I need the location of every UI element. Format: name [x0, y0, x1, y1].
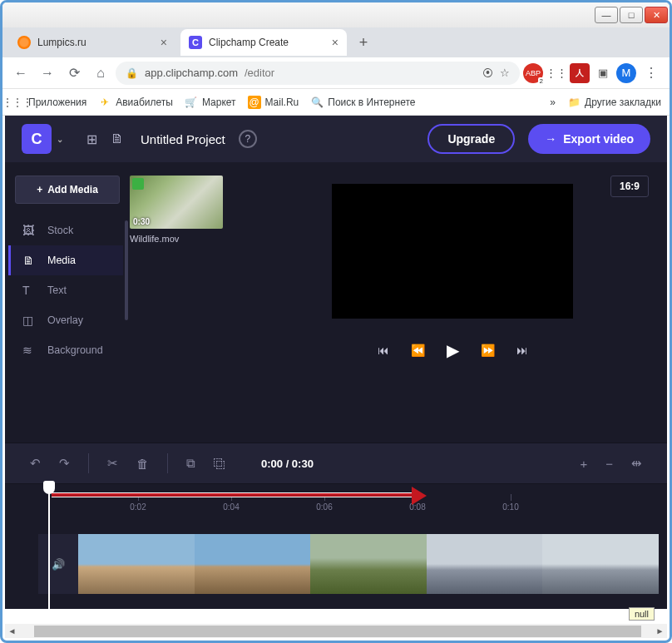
window-maximize[interactable]: □ [620, 7, 643, 23]
tab-title: Lumpics.ru [37, 37, 86, 48]
sidebar-item-overlay[interactable]: ◫Overlay [8, 305, 123, 335]
overlay-icon: ◫ [22, 314, 37, 327]
track-frame [310, 534, 427, 594]
profile-avatar[interactable]: M [616, 63, 636, 83]
timeline-track[interactable]: 🔊 [38, 534, 659, 594]
plus-icon: + [37, 184, 42, 195]
arrow-right-icon: → [545, 132, 556, 146]
track-frame [78, 534, 195, 594]
horizontal-scrollbar[interactable]: ◄ ► [5, 624, 667, 638]
playhead[interactable] [48, 484, 50, 609]
rewind-button[interactable]: ⏪ [411, 344, 425, 357]
layers-icon: ≋ [22, 344, 37, 357]
audio-toggle-icon[interactable]: 🔊 [38, 534, 78, 594]
export-button[interactable]: →Export video [528, 124, 650, 154]
fit-button[interactable]: ⇹ [631, 456, 642, 471]
project-title[interactable]: Untitled Project [141, 132, 225, 146]
delete-button[interactable]: 🗑 [136, 457, 149, 471]
extension-icon[interactable]: ▣ [593, 63, 613, 83]
help-button[interactable]: ? [239, 130, 257, 148]
clip-thumbnail: 0:30 [130, 176, 223, 229]
video-icon[interactable]: ⊞ [86, 131, 97, 147]
play-button[interactable]: ▶ [447, 340, 459, 360]
app-logo[interactable]: C⌄ [22, 124, 52, 154]
media-icon: 🗎 [22, 254, 37, 267]
tab-close-icon[interactable]: × [161, 36, 167, 49]
favicon-icon: C [189, 36, 202, 49]
scroll-left-icon[interactable]: ◄ [5, 624, 19, 638]
chevron-down-icon: ⌄ [57, 135, 63, 144]
file-icon[interactable]: 🗎 [111, 131, 124, 146]
sidebar-item-media[interactable]: 🗎Media [8, 245, 123, 275]
back-button[interactable]: ← [9, 62, 32, 85]
sidebar-item-background[interactable]: ≋Background [8, 335, 123, 365]
bookmark-star-icon[interactable]: ☆ [500, 67, 510, 79]
undo-button[interactable]: ↶ [30, 456, 41, 471]
clip-filename: Wildlife.mov [130, 234, 223, 244]
extension-adblock-icon[interactable]: ABP2 [523, 63, 543, 83]
tick-label: 0:06 [316, 502, 332, 512]
redo-button[interactable]: ↷ [59, 456, 70, 471]
mail-icon: @ [248, 96, 261, 109]
browser-tab-lumpics[interactable]: Lumpics.ru × [9, 29, 175, 56]
translate-icon[interactable]: ⦿ [482, 67, 493, 79]
apps-icon: ⋮⋮⋮ [11, 96, 24, 109]
fast-forward-button[interactable]: ⏩ [481, 344, 495, 357]
tab-close-icon[interactable]: × [332, 36, 338, 49]
bookmark-overflow[interactable]: » [550, 96, 556, 108]
duplicate-button[interactable]: ⿻ [214, 457, 226, 471]
media-clip[interactable]: 0:30 Wildlife.mov [130, 176, 223, 244]
new-tab-button[interactable]: + [352, 31, 375, 54]
tick-label: 0:10 [502, 502, 518, 512]
upgrade-button[interactable]: Upgrade [427, 124, 515, 154]
browser-tab-clipchamp[interactable]: C Clipchamp Create × [180, 29, 347, 56]
scroll-right-icon[interactable]: ► [653, 624, 667, 638]
bookmark-mail[interactable]: @Mail.Ru [248, 96, 299, 109]
add-media-button[interactable]: +Add Media [15, 176, 120, 204]
sidebar-item-stock[interactable]: 🖼Stock [8, 215, 123, 245]
skip-end-button[interactable]: ⏭ [516, 344, 528, 357]
skip-start-button[interactable]: ⏮ [378, 344, 389, 357]
favicon-icon [17, 36, 31, 49]
copy-button[interactable]: ⧉ [186, 456, 195, 471]
browser-menu-icon[interactable]: ⋮ [640, 62, 663, 85]
timeline-counter: 0:00 / 0:30 [261, 458, 314, 470]
extension-pdf-icon[interactable]: 人 [570, 63, 590, 83]
tick-label: 0:04 [223, 502, 239, 512]
track-frame [427, 534, 543, 594]
separator [88, 453, 89, 473]
timeline[interactable]: 0:02 0:04 0:06 0:08 0:10 🔊 [5, 484, 667, 609]
zoom-in-button[interactable]: + [580, 457, 587, 471]
scroll-thumb[interactable] [34, 626, 641, 637]
cut-button[interactable]: ✂ [107, 456, 118, 471]
bookmark-search[interactable]: 🔍Поиск в Интернете [310, 96, 415, 109]
window-close[interactable]: ✕ [645, 7, 668, 23]
tick-label: 0:02 [130, 502, 146, 512]
plane-icon: ✈ [98, 96, 111, 109]
aspect-ratio-button[interactable]: 16:9 [610, 176, 649, 197]
playhead-handle[interactable] [43, 481, 55, 494]
clip-badge-icon [132, 178, 144, 190]
reload-button[interactable]: ⟳ [62, 62, 86, 85]
bookmark-avia[interactable]: ✈Авиабилеты [98, 96, 173, 109]
home-button[interactable]: ⌂ [89, 62, 112, 85]
url-host: app.clipchamp.com [145, 67, 238, 79]
window-minimize[interactable]: — [595, 7, 618, 23]
zoom-out-button[interactable]: − [605, 457, 613, 471]
sidebar-item-text[interactable]: TText [8, 275, 123, 305]
video-preview[interactable] [332, 184, 573, 319]
track-frame [195, 534, 311, 594]
forward-button[interactable]: → [36, 62, 59, 85]
search-icon: 🔍 [310, 96, 324, 109]
null-tooltip: null [629, 607, 655, 621]
bookmark-market[interactable]: 🛒Маркет [185, 96, 236, 109]
bookmark-apps[interactable]: ⋮⋮⋮Приложения [11, 96, 86, 109]
cart-icon: 🛒 [185, 96, 198, 109]
tab-title: Clipchamp Create [209, 37, 289, 48]
separator [167, 453, 168, 473]
extension-icon[interactable]: ⋮⋮ [546, 63, 566, 83]
bookmark-other[interactable]: 📁Другие закладки [567, 96, 661, 109]
address-bar[interactable]: 🔒 app.clipchamp.com/editor ⦿ ☆ [116, 62, 520, 85]
url-path: /editor [245, 67, 274, 79]
sidebar-scrollbar[interactable] [125, 220, 128, 320]
